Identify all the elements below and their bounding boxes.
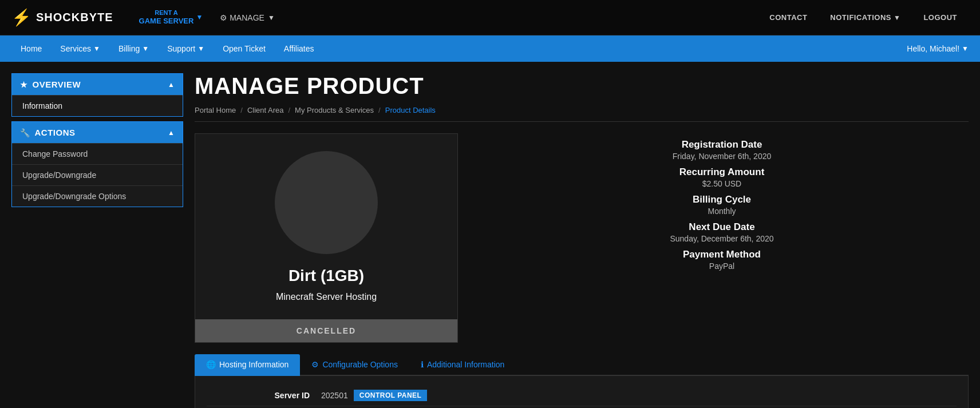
page-title: MANAGE PRODUCT: [195, 73, 969, 99]
top-navbar: ⚡ SHOCKBYTE RENT A GAME SERVER ▼ ⚙ MANAG…: [0, 0, 980, 35]
registration-date-label: Registration Date: [475, 139, 969, 150]
overview-title: OVERVIEW: [33, 80, 81, 89]
actions-collapse-icon: ▲: [168, 129, 175, 137]
billing-cycle-label: Billing Cycle: [475, 194, 969, 205]
manage-label: ⚙ MANAGE: [220, 13, 264, 22]
info-icon: ℹ: [421, 360, 424, 369]
user-chevron-icon: ▼: [962, 45, 969, 53]
billing-cycle-row: Billing Cycle Monthly: [475, 194, 969, 216]
sidebar-actions-section: 🔧 ACTIONS ▲ Change Password Upgrade/Down…: [11, 121, 183, 207]
overview-collapse-icon: ▲: [168, 81, 175, 89]
nav-open-ticket[interactable]: Open Ticket: [214, 35, 275, 62]
tab-configurable-options[interactable]: ⚙ Configurable Options: [300, 354, 409, 376]
nav-services[interactable]: Services ▼: [51, 35, 109, 62]
tabs: 🌐 Hosting Information ⚙ Configurable Opt…: [195, 354, 969, 376]
recurring-amount-label: Recurring Amount: [475, 167, 969, 178]
star-icon: ★: [20, 80, 28, 89]
breadcrumb-portal-home[interactable]: Portal Home: [195, 106, 236, 114]
product-details-panel: Registration Date Friday, November 6th, …: [475, 133, 969, 343]
user-greeting: Hello, Michael!: [907, 44, 959, 53]
registration-date-row: Registration Date Friday, November 6th, …: [475, 139, 969, 161]
payment-method-value: PayPal: [475, 262, 969, 271]
actions-title: ACTIONS: [35, 128, 76, 137]
hosting-info-tab-content: Server ID 202501 CONTROL PANEL IP Addres…: [195, 376, 969, 408]
rent-line1: RENT A: [139, 9, 194, 17]
nav-affiliates[interactable]: Affiliates: [275, 35, 323, 62]
product-card: Dirt (1GB) Minecraft Server Hosting CANC…: [195, 133, 458, 343]
recurring-amount-row: Recurring Amount $2.50 USD: [475, 167, 969, 188]
server-id-value: 202501 CONTROL PANEL: [321, 390, 427, 401]
logout-button[interactable]: LOGOUT: [912, 0, 969, 35]
tab-hosting-information[interactable]: 🌐 Hosting Information: [195, 354, 300, 376]
services-chevron-icon: ▼: [93, 45, 100, 53]
product-name: Dirt (1GB): [289, 267, 364, 285]
wrench-icon: 🔧: [20, 128, 30, 137]
page-content: MANAGE PRODUCT Portal Home / Client Area…: [195, 73, 969, 408]
breadcrumb-sep-2: /: [288, 106, 290, 114]
nav-billing[interactable]: Billing ▼: [109, 35, 158, 62]
billing-cycle-value: Monthly: [475, 207, 969, 216]
breadcrumb-client-area[interactable]: Client Area: [247, 106, 284, 114]
sidebar-item-information[interactable]: Information: [12, 95, 183, 116]
nav-home[interactable]: Home: [11, 35, 51, 62]
support-chevron-icon: ▼: [197, 45, 204, 53]
top-nav-right: CONTACT NOTIFICATIONS ▼ LOGOUT: [758, 0, 969, 35]
breadcrumb-sep-1: /: [240, 106, 243, 114]
breadcrumb-sep-3: /: [378, 106, 381, 114]
product-type: Minecraft Server Hosting: [276, 292, 377, 302]
manage-chevron-icon: ▼: [268, 14, 275, 22]
breadcrumb-product-details: Product Details: [385, 106, 436, 114]
server-id-row: Server ID 202501 CONTROL PANEL: [207, 385, 957, 406]
sidebar-actions-header[interactable]: 🔧 ACTIONS ▲: [12, 122, 183, 143]
product-area: Dirt (1GB) Minecraft Server Hosting CANC…: [195, 133, 969, 343]
sidebar-item-upgrade-downgrade[interactable]: Upgrade/Downgrade: [12, 164, 183, 185]
sidebar-overview-header[interactable]: ★ OVERVIEW ▲: [12, 74, 183, 95]
user-greeting-area[interactable]: Hello, Michael! ▼: [907, 44, 969, 53]
lightning-icon: ⚡: [11, 8, 31, 27]
rent-line2: GAME SERVER: [139, 17, 194, 26]
registration-date-value: Friday, November 6th, 2020: [475, 152, 969, 161]
main-content: ★ OVERVIEW ▲ Information 🔧 ACTIONS ▲ Cha…: [0, 62, 980, 408]
payment-method-row: Payment Method PayPal: [475, 249, 969, 271]
payment-method-label: Payment Method: [475, 249, 969, 260]
logo[interactable]: ⚡ SHOCKBYTE: [11, 8, 113, 27]
cog-icon: ⚙: [311, 360, 319, 369]
contact-link[interactable]: CONTACT: [758, 0, 819, 35]
sidebar-overview-section: ★ OVERVIEW ▲ Information: [11, 73, 183, 117]
server-id-label: Server ID: [207, 391, 321, 400]
breadcrumb-my-products[interactable]: My Products & Services: [295, 106, 374, 114]
sidebar-item-upgrade-downgrade-options[interactable]: Upgrade/Downgrade Options: [12, 185, 183, 207]
sidebar-item-change-password[interactable]: Change Password: [12, 143, 183, 164]
recurring-amount-value: $2.50 USD: [475, 179, 969, 188]
manage-button[interactable]: ⚙ MANAGE ▼: [211, 13, 283, 22]
next-due-date-value: Sunday, December 6th, 2020: [475, 234, 969, 243]
sub-navbar: Home Services ▼ Billing ▼ Support ▼ Open…: [0, 35, 980, 62]
rent-chevron-icon: ▼: [196, 13, 203, 21]
control-panel-button[interactable]: CONTROL PANEL: [354, 390, 428, 401]
notifications-chevron-icon: ▼: [894, 14, 900, 22]
rent-server-button[interactable]: RENT A GAME SERVER ▼: [131, 9, 212, 26]
notifications-button[interactable]: NOTIFICATIONS ▼: [819, 0, 912, 35]
billing-chevron-icon: ▼: [142, 45, 149, 53]
tab-additional-information[interactable]: ℹ Additional Information: [409, 354, 516, 376]
breadcrumb: Portal Home / Client Area / My Products …: [195, 106, 969, 122]
product-image: [275, 151, 378, 254]
next-due-date-label: Next Due Date: [475, 221, 969, 233]
logo-text: SHOCKBYTE: [36, 11, 113, 24]
globe-icon: 🌐: [206, 360, 216, 369]
next-due-date-row: Next Due Date Sunday, December 6th, 2020: [475, 221, 969, 243]
sidebar: ★ OVERVIEW ▲ Information 🔧 ACTIONS ▲ Cha…: [11, 73, 183, 408]
nav-support[interactable]: Support ▼: [158, 35, 214, 62]
product-status-badge: CANCELLED: [195, 319, 457, 342]
